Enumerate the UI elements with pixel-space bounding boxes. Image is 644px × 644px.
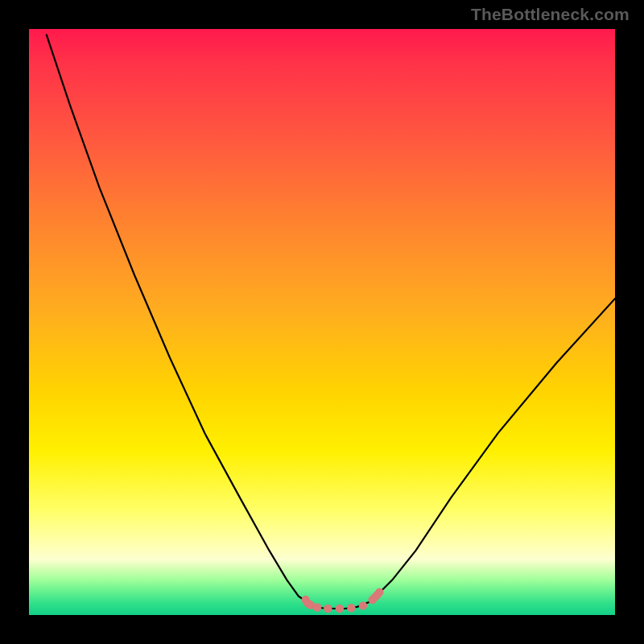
- marker-dot: [375, 588, 383, 596]
- marker-dot: [359, 601, 367, 609]
- marker-dot: [313, 603, 321, 611]
- marker-dot: [336, 605, 344, 613]
- highlighted-range-markers: [301, 588, 383, 613]
- marker-dot: [347, 604, 355, 612]
- chart-overlay: [29, 29, 615, 615]
- marker-dot: [324, 605, 332, 613]
- bottleneck-curve: [47, 35, 615, 609]
- watermark-text: TheBottleneck.com: [471, 5, 630, 24]
- chart-frame: TheBottleneck.com: [0, 0, 644, 644]
